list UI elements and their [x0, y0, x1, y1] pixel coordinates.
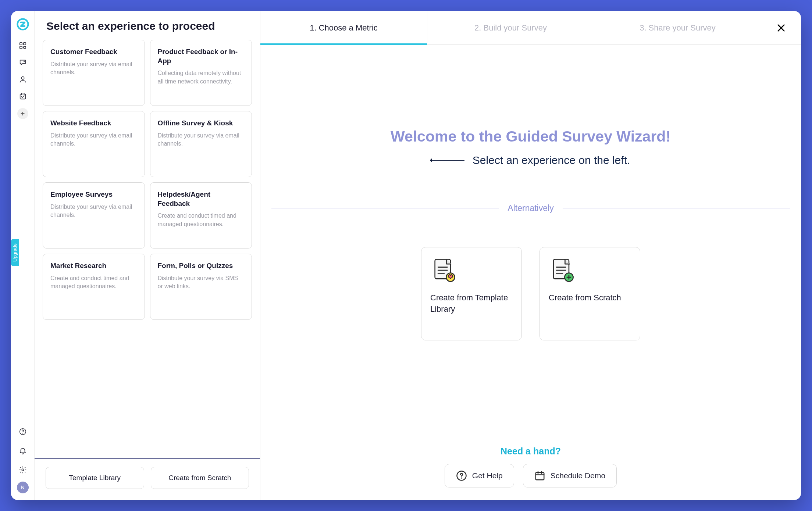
svg-point-22 [461, 478, 462, 479]
svg-point-4 [23, 46, 25, 49]
experience-card[interactable]: Employee Surveys Distribute your survey … [43, 182, 145, 249]
plus-icon: + [21, 110, 25, 118]
card-title: Offline Survey & Kiosk [158, 119, 245, 128]
calendar-check-icon [19, 92, 27, 100]
experience-card[interactable]: Customer Feedback Distribute your survey… [43, 40, 145, 106]
card-desc: Create and conduct timed and managed que… [158, 212, 245, 228]
template-library-button[interactable]: Template Library [46, 467, 144, 489]
nav-help[interactable] [15, 424, 30, 439]
card-desc: Distribute your survey via email channel… [50, 203, 137, 219]
wizard-subtitle: Select an experience on the left. [473, 154, 630, 167]
card-desc: Distribute your survey via email channel… [50, 132, 137, 148]
svg-point-6 [21, 77, 24, 79]
step-choose-metric[interactable]: 1. Choose a Metric [260, 11, 427, 44]
card-title: Employee Surveys [50, 190, 137, 199]
user-icon [19, 75, 27, 83]
steps-bar: 1. Choose a Metric 2. Build your Survey … [260, 11, 801, 45]
card-desc: Create and conduct timed and managed que… [50, 274, 137, 291]
close-button[interactable] [761, 11, 801, 44]
svg-point-9 [22, 433, 23, 434]
step-build-survey[interactable]: 2. Build your Survey [427, 11, 594, 44]
schedule-demo-label: Schedule Demo [551, 471, 605, 480]
app-logo-icon [17, 18, 29, 31]
experience-panel: Select an experience to proceed Customer… [35, 11, 260, 500]
nav-dashboard[interactable] [15, 38, 30, 53]
create-from-scratch-button[interactable]: Create from Scratch [151, 467, 249, 489]
alt-card-template-library[interactable]: Create from Template Library [421, 247, 522, 340]
app-window: + Upgrade N Select an experience to proc… [11, 11, 801, 500]
experience-card[interactable]: Offline Survey & Kiosk Distribute your s… [150, 111, 252, 177]
experience-card[interactable]: Product Feedback or In-App Collecting da… [150, 40, 252, 106]
bell-icon [19, 447, 27, 455]
card-desc: Distribute your survey via email channel… [158, 132, 245, 148]
card-title: Customer Feedback [50, 47, 137, 57]
grid-icon [19, 42, 27, 50]
arrow-left-icon [431, 160, 464, 161]
panel-title: Select an experience to proceed [46, 20, 248, 32]
card-title: Helpdesk/Agent Feedback [158, 190, 245, 208]
question-icon [19, 428, 27, 436]
avatar[interactable]: N [17, 482, 29, 493]
divider-line [563, 208, 790, 208]
create-scratch-icon [549, 256, 576, 283]
experience-card[interactable]: Helpdesk/Agent Feedback Create and condu… [150, 182, 252, 249]
card-desc: Collecting data remotely without all tim… [158, 69, 245, 86]
svg-point-10 [22, 469, 24, 471]
logo[interactable] [15, 17, 30, 32]
chat-icon [19, 58, 27, 67]
alt-card-title: Create from Template Library [430, 292, 513, 315]
experience-cards-grid: Customer Feedback Distribute your survey… [43, 40, 252, 320]
calendar-icon [534, 470, 545, 481]
nav-tasks[interactable] [15, 89, 30, 104]
need-a-hand-label: Need a hand? [501, 446, 561, 457]
close-icon [776, 23, 786, 33]
alt-card-scratch[interactable]: Create from Scratch [539, 247, 640, 340]
divider-line [271, 208, 499, 208]
get-help-label: Get Help [472, 471, 503, 480]
nav-notifications[interactable] [15, 443, 30, 458]
card-title: Website Feedback [50, 119, 137, 128]
step-share-survey[interactable]: 3. Share your Survey [594, 11, 761, 44]
svg-rect-3 [19, 46, 22, 49]
wizard-title: Welcome to the Guided Survey Wizard! [391, 128, 671, 145]
gear-icon [19, 466, 27, 474]
alternatively-label: Alternatively [508, 203, 553, 213]
nav-contacts[interactable] [15, 72, 30, 87]
nav-settings[interactable] [15, 462, 30, 477]
svg-rect-2 [23, 43, 25, 45]
question-circle-icon [456, 470, 467, 481]
nav-rail: + Upgrade N [11, 11, 35, 500]
svg-point-5 [23, 61, 25, 62]
experience-card[interactable]: Market Research Create and conduct timed… [43, 254, 145, 320]
alt-card-title: Create from Scratch [549, 292, 631, 304]
help-footer: Need a hand? Get Help Schedule Demo [445, 446, 617, 500]
get-help-button[interactable]: Get Help [445, 464, 514, 487]
nav-conversations[interactable] [15, 55, 30, 70]
card-title: Product Feedback or In-App [158, 47, 245, 65]
card-title: Form, Polls or Quizzes [158, 261, 245, 271]
svg-rect-23 [535, 472, 544, 480]
upgrade-tab[interactable]: Upgrade [11, 239, 19, 266]
card-title: Market Research [50, 261, 137, 271]
experience-card[interactable]: Form, Polls or Quizzes Distribute your s… [150, 254, 252, 320]
schedule-demo-button[interactable]: Schedule Demo [523, 464, 617, 487]
svg-rect-1 [19, 43, 22, 45]
experience-card[interactable]: Website Feedback Distribute your survey … [43, 111, 145, 177]
svg-rect-7 [20, 94, 25, 99]
template-library-icon [430, 256, 457, 283]
wizard-panel: 1. Choose a Metric 2. Build your Survey … [260, 11, 801, 500]
panel-footer: Template Library Create from Scratch [35, 458, 260, 500]
card-desc: Distribute your survey via SMS or web li… [158, 274, 245, 291]
card-desc: Distribute your survey via email channel… [50, 60, 137, 77]
add-button[interactable]: + [17, 108, 28, 119]
